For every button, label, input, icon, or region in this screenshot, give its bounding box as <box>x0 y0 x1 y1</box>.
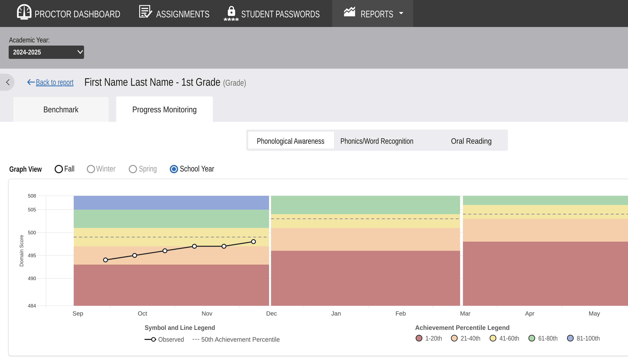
svg-text:First Name Last Name - 1st Gra: First Name Last Name - 1st Grade <box>84 76 221 88</box>
svg-text:2024-2025: 2024-2025 <box>13 48 41 56</box>
svg-text:Graph View: Graph View <box>9 165 42 173</box>
svg-text:41-60th: 41-60th <box>499 335 519 342</box>
svg-text:495: 495 <box>28 252 36 258</box>
svg-text:Sep: Sep <box>73 310 83 317</box>
svg-text:Domain Score: Domain Score <box>19 235 24 267</box>
svg-text:****: **** <box>224 16 239 25</box>
svg-text:50th Achievement Percentile: 50th Achievement Percentile <box>201 336 280 343</box>
svg-text:ASSIGNMENTS: ASSIGNMENTS <box>156 9 210 19</box>
svg-text:Dec: Dec <box>266 310 277 317</box>
svg-text:81-100th: 81-100th <box>577 335 600 342</box>
svg-text:500: 500 <box>28 230 36 236</box>
svg-text:Oral Reading: Oral Reading <box>451 137 492 145</box>
svg-text:505: 505 <box>28 207 36 213</box>
svg-text:Observed: Observed <box>158 336 184 343</box>
svg-text:Winter: Winter <box>96 164 116 173</box>
svg-text:May: May <box>589 310 600 317</box>
svg-text:Feb: Feb <box>395 310 406 317</box>
svg-text:REPORTS: REPORTS <box>361 9 393 19</box>
svg-text:Apr: Apr <box>525 310 535 317</box>
svg-text:(Grade): (Grade) <box>223 78 246 87</box>
svg-text:484: 484 <box>28 303 36 309</box>
svg-text:Progress Monitoring: Progress Monitoring <box>132 105 197 114</box>
svg-text:61-80th: 61-80th <box>538 335 558 342</box>
svg-text:STUDENT PASSWORDS: STUDENT PASSWORDS <box>241 9 320 19</box>
svg-text:Symbol and Line Legend: Symbol and Line Legend <box>145 324 215 331</box>
svg-text:Fall: Fall <box>64 164 75 173</box>
svg-text:508: 508 <box>28 193 36 199</box>
svg-text:Mar: Mar <box>460 310 471 317</box>
svg-text:Phonics/Word Recognition: Phonics/Word Recognition <box>340 137 413 145</box>
svg-text:Achievement Percentile Legend: Achievement Percentile Legend <box>415 324 510 331</box>
svg-text:PROCTOR DASHBOARD: PROCTOR DASHBOARD <box>35 9 120 19</box>
svg-text:21-40th: 21-40th <box>461 335 480 342</box>
svg-text:Academic Year:: Academic Year: <box>9 36 50 44</box>
svg-text:Nov: Nov <box>202 310 212 317</box>
svg-text:Jan: Jan <box>331 310 341 317</box>
svg-text:School Year: School Year <box>180 164 214 173</box>
svg-text:Oct: Oct <box>138 310 147 317</box>
svg-text:Back to report: Back to report <box>36 78 74 87</box>
svg-text:Benchmark: Benchmark <box>43 105 79 114</box>
svg-text:1-20th: 1-20th <box>425 335 442 342</box>
svg-text:490: 490 <box>28 276 36 281</box>
svg-text:Phonological Awareness: Phonological Awareness <box>257 137 324 145</box>
svg-text:Spring: Spring <box>139 164 157 173</box>
